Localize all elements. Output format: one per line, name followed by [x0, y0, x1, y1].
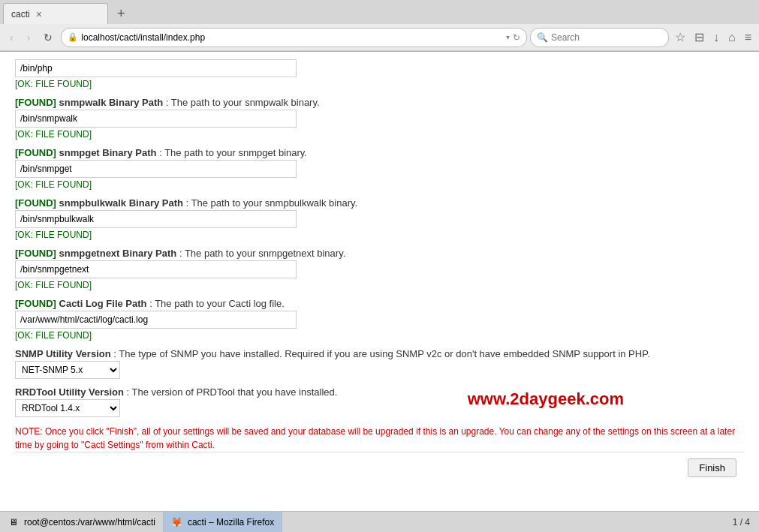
snmpget-input[interactable] — [15, 160, 297, 178]
bookmark-button[interactable]: ☆ — [672, 29, 688, 46]
field-snmp-utility: SNMP Utility Version : The type of SNMP … — [15, 348, 744, 379]
finish-button[interactable]: Finish — [688, 458, 736, 477]
rrdtool-name: RRDTool Utility Version — [15, 386, 124, 398]
snmpgetnext-desc: : The path to your snmpgetnext binary. — [179, 248, 345, 259]
snmpget-status: [OK: FILE FOUND] — [15, 179, 744, 190]
field-rrdtool: RRDTool Utility Version : The version of… — [15, 386, 744, 417]
dropdown-icon: ▾ — [506, 33, 510, 41]
snmpgetnext-name: snmpgetnext Binary Path — [59, 248, 177, 259]
note-prefix: NOTE: — [15, 426, 43, 437]
content-area: [OK: FILE FOUND] [FOUND] snmpwalk Binary… — [0, 52, 759, 512]
search-icon: 🔍 — [537, 32, 548, 43]
home-button[interactable]: ⌂ — [725, 29, 739, 46]
cactilog-badge: [FOUND] — [15, 298, 56, 309]
field-snmpbulkwalk: [FOUND] snmpbulkwalk Binary Path : The p… — [15, 197, 744, 240]
reload-button[interactable]: ↻ — [38, 29, 58, 47]
snmpget-label: [FOUND] snmpget Binary Path : The path t… — [15, 147, 744, 158]
snmpbulkwalk-name: snmpbulkwalk Binary Path — [59, 197, 183, 209]
field-cactilog: [FOUND] Cacti Log File Path : The path t… — [15, 298, 744, 341]
snmp-utility-label: SNMP Utility Version : The type of SNMP … — [15, 348, 744, 359]
browser-tab[interactable]: cacti × — [3, 3, 108, 24]
snmpget-desc: : The path to your snmpget binary. — [159, 147, 307, 158]
menu-button[interactable]: ≡ — [742, 29, 754, 46]
note-text: Once you click "Finish", all of your set… — [15, 426, 735, 450]
snmpget-name: snmpget Binary Path — [59, 147, 157, 158]
snmpwalk-desc: : The path to your snmpwalk binary. — [166, 97, 320, 108]
snmpbulkwalk-badge: [FOUND] — [15, 197, 56, 209]
snmpbulkwalk-label: [FOUND] snmpbulkwalk Binary Path : The p… — [15, 197, 744, 209]
snmpbulkwalk-desc: : The path to your snmpbulkwalk binary. — [186, 197, 358, 209]
page-content: [OK: FILE FOUND] [FOUND] snmpwalk Binary… — [0, 52, 759, 512]
security-icon: 🔒 — [68, 32, 78, 42]
cactilog-status: [OK: FILE FOUND] — [15, 330, 744, 341]
snmpgetnext-badge: [FOUND] — [15, 248, 56, 259]
forward-button[interactable]: › — [22, 29, 36, 47]
bookmark-manager-button[interactable]: ⊟ — [691, 29, 707, 46]
snmpgetnext-label: [FOUND] snmpgetnext Binary Path : The pa… — [15, 248, 744, 259]
tab-close-button[interactable]: × — [36, 9, 42, 20]
rrdtool-label: RRDTool Utility Version : The version of… — [15, 386, 744, 398]
rrdtool-desc: : The version of PRDTool that you have i… — [127, 386, 338, 398]
browser-chrome: cacti × + ‹ › ↻ 🔒 ▾ ↻ 🔍 ☆ ⊟ ↓ ⌂ ≡ — [0, 0, 759, 52]
new-tab-button[interactable]: + — [113, 5, 130, 22]
url-input[interactable] — [81, 32, 506, 43]
taskbar: 🖥 root@centos:/var/www/html/cacti 🦊 cact… — [0, 511, 759, 512]
search-input[interactable] — [551, 32, 664, 43]
search-bar[interactable]: 🔍 — [530, 28, 669, 47]
snmpgetnext-status: [OK: FILE FOUND] — [15, 280, 744, 290]
snmp-utility-name: SNMP Utility Version — [15, 348, 111, 359]
snmpwalk-input[interactable] — [15, 110, 297, 128]
field-snmpgetnext: [FOUND] snmpgetnext Binary Path : The pa… — [15, 248, 744, 290]
tab-title: cacti — [11, 9, 30, 20]
php-path-input[interactable] — [15, 59, 297, 77]
finish-area: Finish — [15, 452, 744, 483]
snmpbulkwalk-input[interactable] — [15, 210, 297, 228]
back-button[interactable]: ‹ — [5, 29, 19, 47]
address-icons: ▾ ↻ — [506, 32, 520, 43]
field-snmpwalk: [FOUND] snmpwalk Binary Path : The path … — [15, 97, 744, 140]
field-snmpget: [FOUND] snmpget Binary Path : The path t… — [15, 147, 744, 190]
snmpwalk-status: [OK: FILE FOUND] — [15, 129, 744, 140]
php-path-status: [OK: FILE FOUND] — [15, 79, 744, 89]
cactilog-name: Cacti Log File Path — [59, 298, 147, 309]
cactilog-input[interactable] — [15, 311, 297, 329]
note-block: NOTE: Once you click "Finish", all of yo… — [15, 425, 744, 452]
cactilog-desc: : The path to your Cacti log file. — [149, 298, 285, 309]
field-php-path: [OK: FILE FOUND] — [15, 59, 744, 89]
address-bar[interactable]: 🔒 ▾ ↻ — [61, 28, 527, 47]
download-button[interactable]: ↓ — [710, 29, 722, 46]
snmpwalk-label: [FOUND] snmpwalk Binary Path : The path … — [15, 97, 744, 108]
nav-bar: ‹ › ↻ 🔒 ▾ ↻ 🔍 ☆ ⊟ ↓ ⌂ ≡ — [0, 24, 759, 51]
snmpbulkwalk-status: [OK: FILE FOUND] — [15, 230, 744, 240]
snmpgetnext-input[interactable] — [15, 260, 297, 278]
snmpget-badge: [FOUND] — [15, 147, 56, 158]
tab-bar: cacti × + — [0, 0, 759, 24]
snmp-utility-select[interactable]: NET-SNMP 5.x NET-SNMP 4.x UCD-SNMP — [15, 361, 120, 379]
snmpwalk-name: snmpwalk Binary Path — [59, 97, 164, 108]
rrdtool-select[interactable]: RRDTool 1.4.x RRDTool 1.3.x RRDTool 1.2.… — [15, 399, 120, 417]
snmp-utility-desc: : The type of SNMP you have installed. R… — [113, 348, 650, 359]
refresh-icon: ↻ — [513, 32, 520, 43]
cactilog-label: [FOUND] Cacti Log File Path : The path t… — [15, 298, 744, 309]
snmpwalk-badge: [FOUND] — [15, 97, 56, 108]
